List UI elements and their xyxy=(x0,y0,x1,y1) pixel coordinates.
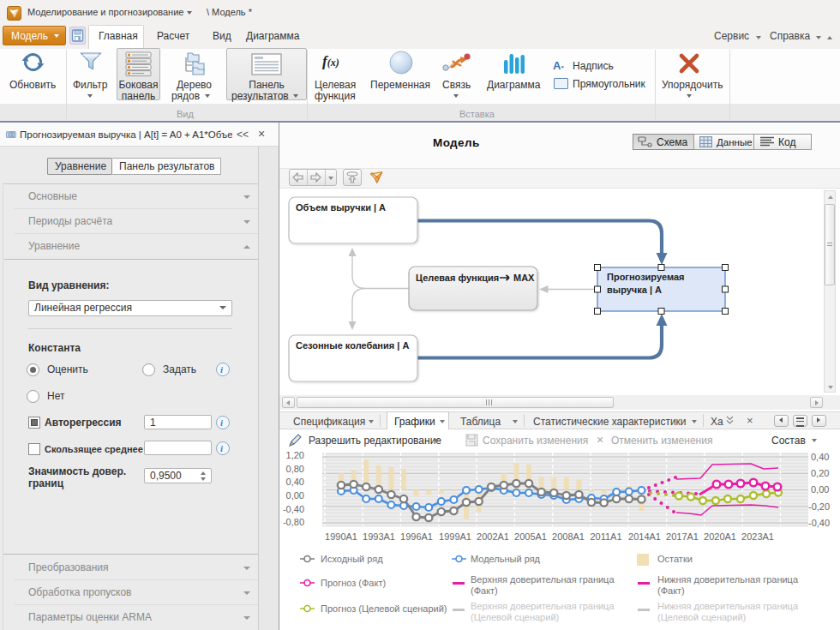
svg-text:Прогнозируемая: Прогнозируемая xyxy=(607,272,684,282)
svg-text:MAX: MAX xyxy=(513,273,535,283)
svg-text:Сезонные колебания | A: Сезонные колебания | A xyxy=(296,340,409,351)
svg-text:Объем выручки | A: Объем выручки | A xyxy=(296,202,386,213)
svg-text:Целевая функция: Целевая функция xyxy=(416,273,499,283)
svg-text:выручка | A: выручка | A xyxy=(607,285,662,295)
